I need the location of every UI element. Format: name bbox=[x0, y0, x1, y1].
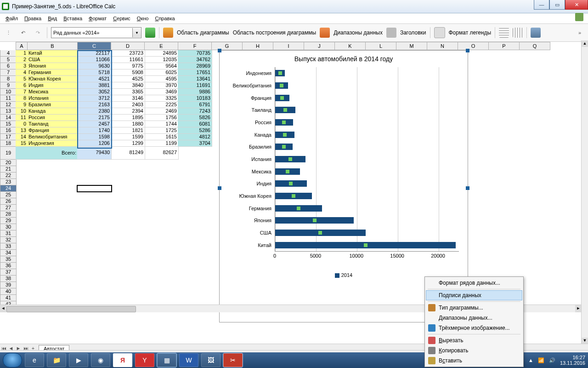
cell[interactable]: 11661 bbox=[111, 57, 145, 63]
taskbar-yandex-icon[interactable]: Я bbox=[113, 353, 132, 367]
cell[interactable]: 1821 bbox=[111, 127, 145, 134]
cell[interactable]: 34762 bbox=[178, 57, 212, 63]
vertical-scrollbar[interactable]: ▲ ▼ bbox=[581, 40, 588, 344]
cell[interactable]: 11 bbox=[16, 115, 28, 121]
chart-bar[interactable] bbox=[275, 119, 293, 126]
row-header[interactable]: 7 bbox=[0, 69, 17, 76]
legend-on-off-icon[interactable] bbox=[434, 27, 445, 38]
row-header[interactable]: 18 bbox=[0, 140, 17, 147]
plot-area-button[interactable]: Область построения диаграммы bbox=[233, 29, 317, 36]
cell[interactable]: 23723 bbox=[111, 50, 145, 57]
cell[interactable]: 12035 bbox=[144, 57, 179, 63]
col-header-G[interactable]: G bbox=[212, 42, 243, 50]
chart-bar[interactable] bbox=[275, 132, 294, 138]
col-header-O[interactable]: O bbox=[458, 42, 489, 50]
row-header[interactable]: 6 bbox=[0, 63, 17, 69]
undo-button[interactable]: ↶ bbox=[17, 27, 28, 38]
cell[interactable]: 11066 bbox=[77, 57, 112, 63]
cell[interactable]: 5 bbox=[16, 76, 28, 82]
col-header-L[interactable]: L bbox=[366, 42, 396, 50]
cell[interactable]: 3325 bbox=[144, 95, 179, 102]
menu-Формат[interactable]: Формат bbox=[86, 15, 109, 22]
cell[interactable]: 2469 bbox=[144, 108, 179, 115]
taskbar-chrome-icon[interactable]: ◉ bbox=[91, 353, 110, 367]
chart-bar[interactable] bbox=[275, 168, 300, 175]
cell[interactable]: 3 bbox=[16, 63, 28, 69]
cell[interactable]: 4525 bbox=[111, 76, 145, 82]
resize-handle[interactable] bbox=[218, 49, 221, 52]
cell[interactable]: Россия bbox=[27, 115, 78, 121]
col-header-P[interactable]: P bbox=[489, 42, 520, 50]
download-icon[interactable] bbox=[575, 13, 583, 21]
data-table-icon[interactable] bbox=[386, 28, 396, 38]
scroll-left-icon[interactable]: ◄ bbox=[0, 305, 6, 312]
cell[interactable]: 1880 bbox=[111, 121, 145, 127]
cell[interactable]: 22117 bbox=[77, 50, 112, 57]
row-header[interactable]: 40 bbox=[0, 288, 17, 295]
row-header[interactable]: 28 bbox=[0, 211, 17, 218]
cell[interactable]: 6 bbox=[16, 82, 28, 89]
tray-flag-icon[interactable]: ▲ bbox=[528, 357, 533, 363]
context-menu-item[interactable]: Формат рядов данных... bbox=[426, 278, 522, 288]
cell[interactable]: 2457 bbox=[77, 121, 112, 127]
cell[interactable]: 3704 bbox=[178, 140, 212, 147]
row-header[interactable]: 24 bbox=[0, 185, 17, 192]
chart-type-icon[interactable] bbox=[163, 28, 173, 38]
col-header-E[interactable]: E bbox=[145, 42, 178, 50]
cell[interactable]: 10183 bbox=[178, 95, 212, 102]
row-header[interactable]: 10 bbox=[0, 89, 17, 95]
cell[interactable]: 4521 bbox=[77, 76, 112, 82]
cell[interactable]: 1598 bbox=[77, 134, 112, 140]
cell[interactable]: Германия bbox=[27, 69, 78, 76]
row-header[interactable]: 32 bbox=[0, 237, 17, 243]
col-header-N[interactable]: N bbox=[427, 42, 458, 50]
cell[interactable]: Франция bbox=[27, 127, 78, 134]
cell[interactable]: Мексика bbox=[27, 89, 78, 95]
scroll-thumb[interactable] bbox=[6, 306, 136, 312]
row-header[interactable]: 36 bbox=[0, 263, 17, 269]
col-header-B[interactable]: B bbox=[28, 42, 78, 50]
row-header[interactable]: 37 bbox=[0, 269, 17, 276]
scroll-right-icon[interactable]: ► bbox=[575, 305, 582, 312]
cell[interactable] bbox=[16, 147, 28, 160]
cell[interactable]: Великобритания bbox=[27, 134, 78, 140]
context-menu-item[interactable]: Тип диаграммы... bbox=[426, 303, 522, 313]
col-header-I[interactable]: I bbox=[273, 42, 304, 50]
cell[interactable]: 5908 bbox=[111, 69, 145, 76]
cell[interactable]: 9775 bbox=[111, 63, 145, 69]
context-menu-item[interactable]: Копировать bbox=[426, 345, 522, 356]
cell[interactable]: 5718 bbox=[77, 69, 112, 76]
cell[interactable]: 1740 bbox=[77, 127, 112, 134]
col-header-Q[interactable]: Q bbox=[520, 42, 550, 50]
cell[interactable]: Китай bbox=[27, 50, 78, 57]
cell[interactable]: 10 bbox=[16, 108, 28, 115]
menu-Правка[interactable]: Правка bbox=[22, 15, 44, 22]
cell[interactable]: 5286 bbox=[178, 127, 212, 134]
resize-handle[interactable] bbox=[466, 49, 469, 52]
resize-handle[interactable] bbox=[218, 186, 221, 190]
col-header-K[interactable]: K bbox=[335, 42, 366, 50]
cell[interactable]: 28969 bbox=[178, 63, 212, 69]
tray-clock[interactable]: 16:27 13.11.2016 bbox=[560, 355, 585, 366]
row-header[interactable]: 25 bbox=[0, 192, 17, 198]
row-header[interactable]: 21 bbox=[0, 166, 17, 172]
cell[interactable]: 1744 bbox=[144, 121, 179, 127]
context-menu-item[interactable]: Вырезать bbox=[426, 335, 522, 345]
taskbar-ie-icon[interactable]: e bbox=[25, 353, 44, 367]
tray-volume-icon[interactable]: 🔊 bbox=[549, 357, 555, 363]
scroll-down-icon[interactable]: ▼ bbox=[582, 338, 588, 344]
menu-Окно[interactable]: Окно bbox=[134, 15, 152, 22]
cell[interactable]: 7243 bbox=[178, 108, 212, 115]
col-header-A[interactable]: A bbox=[16, 42, 28, 50]
cell[interactable]: 3840 bbox=[111, 82, 145, 89]
cell[interactable]: 24895 bbox=[144, 50, 179, 57]
cell[interactable]: 1725 bbox=[144, 127, 179, 134]
cell[interactable]: 9564 bbox=[144, 63, 179, 69]
cell[interactable]: 2403 bbox=[111, 102, 145, 108]
row-header[interactable]: 13 bbox=[0, 108, 17, 115]
row-header[interactable]: 5 bbox=[0, 57, 17, 63]
row-header[interactable]: 4 bbox=[0, 50, 17, 57]
row-header[interactable]: 38 bbox=[0, 276, 17, 282]
row-header[interactable]: 9 bbox=[0, 82, 17, 89]
row-header[interactable]: 29 bbox=[0, 218, 17, 224]
